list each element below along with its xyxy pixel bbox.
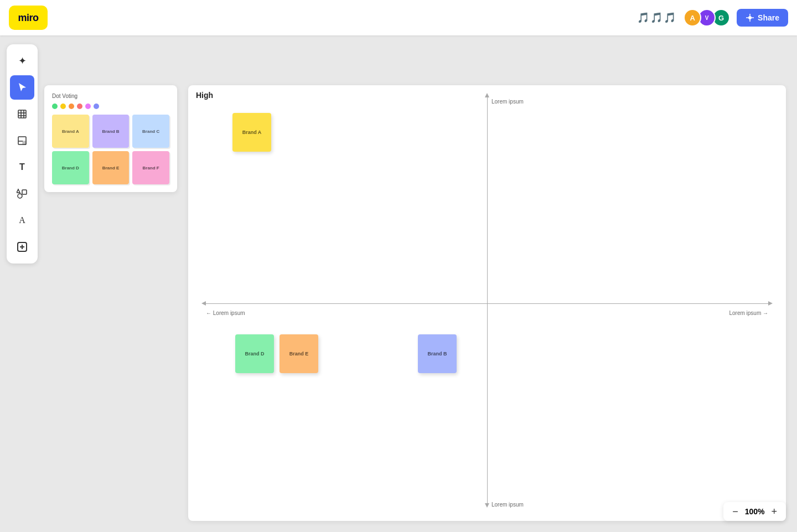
dot-pink (85, 104, 91, 109)
table-icon (17, 109, 27, 119)
shapes-icon (17, 188, 28, 199)
emoji-bar: 🎵🎵🎵 (637, 12, 677, 24)
panel-title: Dot Voting (52, 93, 169, 99)
canvas[interactable]: Dot Voting Brand A Brand B Brand C Brand… (0, 35, 797, 532)
svg-rect-5 (18, 110, 26, 118)
sticky-thumb-brand-f[interactable]: Brand F (132, 151, 169, 184)
sticky-note-brand-a[interactable]: Brand A (232, 113, 271, 152)
svg-point-12 (18, 194, 22, 198)
text-tool-button[interactable]: T (10, 155, 34, 179)
svg-rect-13 (22, 190, 27, 194)
table-tool-button[interactable] (10, 102, 34, 126)
axis-vertical (487, 96, 488, 504)
avatar-1: A (684, 9, 701, 27)
sticky-tool-button[interactable] (10, 128, 34, 153)
dot-row (52, 104, 169, 109)
label-axis-top: Lorem ipsum (491, 99, 524, 105)
sticky-note-brand-e[interactable]: Brand E (280, 334, 318, 373)
add-icon (17, 242, 27, 252)
sticky-panel[interactable]: Dot Voting Brand A Brand B Brand C Brand… (44, 85, 177, 192)
sticky-grid: Brand A Brand B Brand C Brand D Brand E … (52, 115, 169, 184)
dot-purple (94, 104, 99, 109)
sticky-icon (17, 136, 27, 146)
zoom-bar: − 100% + (723, 502, 786, 521)
font-icon: A (19, 215, 25, 225)
font-tool-button[interactable]: A (10, 208, 34, 233)
label-axis-bottom: Lorem ipsum (491, 502, 524, 508)
topbar-right: 🎵🎵🎵 A V G Share (637, 9, 788, 27)
cursor-icon (17, 82, 27, 92)
ai-tool-button[interactable]: ✦ (10, 49, 34, 73)
share-button[interactable]: Share (737, 9, 788, 27)
dot-orange (69, 104, 74, 109)
zoom-out-button[interactable]: − (731, 507, 739, 516)
dot-yellow (60, 104, 66, 109)
sticky-thumb-brand-b[interactable]: Brand B (92, 115, 130, 148)
zoom-in-button[interactable]: + (770, 507, 778, 516)
sticky-note-brand-b[interactable]: Brand B (418, 334, 457, 373)
avatar-group: A V G (684, 9, 730, 27)
cursor-tool-button[interactable] (10, 75, 34, 100)
zoom-level: 100% (745, 507, 765, 516)
matrix[interactable]: High Low ← Lorem ipsum Lorem ipsum → Lor… (188, 85, 786, 521)
dot-red (77, 104, 82, 109)
text-icon: T (19, 162, 25, 172)
dot-green (52, 104, 58, 109)
share-icon (746, 13, 754, 22)
svg-point-0 (748, 16, 752, 19)
sticky-thumb-brand-c[interactable]: Brand C (132, 115, 169, 148)
svg-marker-14 (17, 189, 20, 193)
app-logo[interactable]: miro (9, 6, 48, 30)
sticky-thumb-brand-e[interactable]: Brand E (92, 151, 130, 184)
label-high: High (196, 91, 213, 100)
shapes-tool-button[interactable] (10, 182, 34, 206)
add-tool-button[interactable] (10, 235, 34, 259)
label-axis-right: Lorem ipsum → (729, 310, 768, 316)
label-axis-left: ← Lorem ipsum (206, 310, 245, 316)
toolbar: ✦ T A (7, 44, 38, 264)
sticky-thumb-brand-d[interactable]: Brand D (52, 151, 89, 184)
topbar: miro 🎵🎵🎵 A V G Share (0, 0, 797, 35)
sticky-thumb-brand-a[interactable]: Brand A (52, 115, 89, 148)
sticky-note-brand-d[interactable]: Brand D (235, 334, 274, 373)
